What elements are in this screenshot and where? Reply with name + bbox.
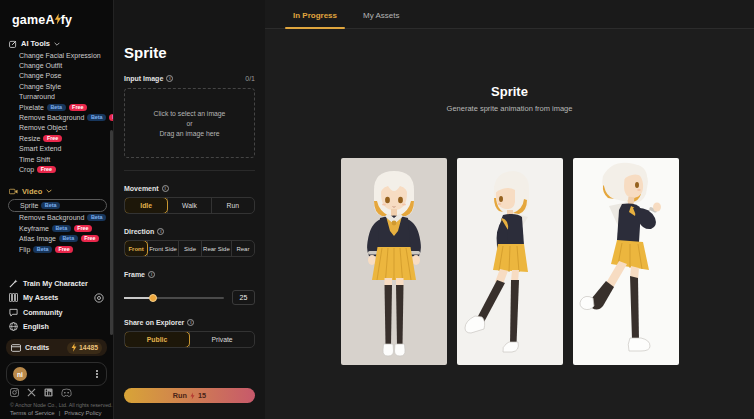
tab-in-progress[interactable]: In Progress (283, 11, 347, 28)
lightning-bolt-icon (54, 13, 62, 25)
sidebar-item-train-my-character[interactable]: Train My Character (0, 276, 113, 291)
run-button[interactable]: Run 15 (124, 388, 255, 403)
logo-text: game (12, 13, 45, 27)
credits-balance: 14485 (67, 342, 102, 354)
movement-option-run[interactable]: Run (211, 198, 254, 213)
sidebar-item-keyframe[interactable]: KeyframeBetaFree (0, 223, 113, 233)
sprite-frame-walk[interactable] (457, 158, 563, 365)
logo[interactable]: gameAfy (0, 0, 113, 27)
linkedin-icon[interactable] (44, 388, 53, 397)
share-option-private[interactable]: Private (189, 332, 254, 347)
frame-slider-row: 25 (124, 290, 255, 305)
share-option-public[interactable]: Public (124, 331, 190, 348)
sidebar-item-resize[interactable]: ResizeFree (0, 133, 113, 143)
sidebar-item-crop[interactable]: CropFree (0, 164, 113, 174)
frame-slider-fill (124, 297, 149, 299)
instagram-icon[interactable] (10, 388, 19, 397)
beta-badge: Beta (41, 202, 60, 209)
globe-icon (9, 322, 18, 331)
panel-title: Sprite (124, 44, 255, 61)
x-icon[interactable] (27, 388, 36, 397)
frame-value: 25 (232, 290, 255, 305)
sprite-frame-front[interactable] (341, 158, 447, 365)
free-badge: Free (55, 246, 73, 253)
divider (124, 170, 255, 171)
movement-option-walk[interactable]: Walk (167, 198, 210, 213)
sidebar-item-pixelate[interactable]: PixelateBetaFree (0, 102, 113, 112)
direction-option-rear[interactable]: Rear (231, 241, 254, 256)
direction-selector: Front Front Side Side Rear Side Rear (124, 240, 255, 257)
share-label-row: Share on Explorer i (124, 319, 255, 326)
video-section-header[interactable]: Video (0, 185, 113, 198)
sidebar-item-my-assets[interactable]: My Assets (0, 291, 113, 306)
share-selector: Public Private (124, 331, 255, 348)
info-icon[interactable]: i (157, 228, 164, 235)
image-upload-dropzone[interactable]: Click to select an image or Drag an imag… (124, 88, 255, 158)
tab-my-assets[interactable]: My Assets (353, 11, 409, 28)
character-front-illustration (341, 158, 447, 365)
credit-card-icon (11, 344, 21, 352)
info-icon[interactable]: i (187, 319, 194, 326)
frame-slider-track[interactable] (124, 297, 224, 299)
free-badge: Free (74, 225, 92, 232)
assets-settings-icon[interactable] (94, 293, 104, 303)
sidebar-item-change-style[interactable]: Change Style (0, 81, 113, 91)
copyright-text: © Anchor Node Co., Ltd. All rights reser… (10, 402, 113, 408)
video-camera-icon (9, 188, 18, 195)
sidebar-item-change-pose[interactable]: Change Pose (0, 71, 113, 81)
info-icon[interactable]: i (166, 75, 173, 82)
chat-bubble-icon (9, 308, 18, 317)
sidebar-item-language[interactable]: English (0, 320, 113, 335)
sprite-frame-run[interactable] (573, 158, 679, 365)
frame-slider-handle[interactable] (149, 294, 157, 302)
magic-wand-icon (9, 279, 18, 288)
direction-option-front[interactable]: Front (124, 240, 148, 257)
sidebar-item-change-facial-expression[interactable]: Change Facial Expression (0, 50, 113, 60)
sidebar-item-time-shift[interactable]: Time Shift (0, 154, 113, 164)
frame-label-row: Frame i (124, 271, 255, 278)
kebab-menu-icon[interactable] (94, 368, 100, 380)
sidebar-item-sprite[interactable]: SpriteBeta (8, 199, 107, 212)
assets-grid-icon (9, 293, 18, 302)
user-card[interactable]: ni (6, 362, 107, 386)
direction-option-front-side[interactable]: Front Side (147, 241, 178, 256)
chevron-down-icon (54, 42, 60, 46)
direction-label-row: Direction i (124, 228, 255, 235)
run-cost: 15 (198, 391, 206, 400)
legal-separator: | (59, 410, 61, 416)
direction-option-side[interactable]: Side (178, 241, 201, 256)
sidebar-item-change-outfit[interactable]: Change Outfit (0, 60, 113, 70)
character-run-illustration (573, 158, 679, 365)
sidebar-item-video-remove-background[interactable]: Remove BackgroundBeta (0, 213, 113, 223)
sidebar-item-community[interactable]: Community (0, 305, 113, 320)
sidebar-item-atlas-image[interactable]: Atlas ImageBetaFree (0, 233, 113, 243)
beta-badge: Beta (52, 225, 71, 232)
sidebar-item-remove-object[interactable]: Remove Object (0, 123, 113, 133)
info-icon[interactable]: i (162, 185, 169, 192)
sidebar-item-flip[interactable]: FlipBetaFree (0, 244, 113, 254)
lightning-bolt-icon (190, 392, 195, 400)
credits-row[interactable]: Credits 14485 (6, 339, 107, 356)
terms-link[interactable]: Terms of Service (10, 410, 55, 416)
privacy-link[interactable]: Privacy Policy (64, 410, 101, 416)
free-badge: Free (69, 104, 87, 111)
free-badge: Free (43, 135, 61, 142)
avatar: ni (13, 367, 27, 381)
sidebar-item-turnaround[interactable]: Turnaround (0, 92, 113, 102)
sidebar-bottom: Train My Character My Assets Community E… (0, 276, 113, 386)
ai-tools-section-header[interactable]: AI Tools (0, 37, 113, 50)
beta-badge: Beta (33, 246, 52, 253)
sidebar-item-remove-background[interactable]: Remove BackgroundBetaFree (0, 112, 113, 122)
pencil-square-icon (9, 40, 17, 48)
discord-icon[interactable] (61, 388, 72, 397)
movement-option-idle[interactable]: Idle (124, 197, 168, 214)
sidebar: gameAfy AI Tools Change Facial Expressio… (0, 0, 113, 419)
result-subtitle: Generate sprite animation from image (265, 104, 754, 113)
sidebar-item-smart-extend[interactable]: Smart Extend (0, 144, 113, 154)
beta-badge: Beta (59, 235, 78, 242)
direction-option-rear-side[interactable]: Rear Side (201, 241, 231, 256)
results-area: In Progress My Assets Sprite Generate sp… (265, 0, 754, 419)
input-image-counter: 0/1 (245, 75, 255, 82)
movement-label-row: Movement i (124, 185, 255, 192)
info-icon[interactable]: i (148, 271, 155, 278)
